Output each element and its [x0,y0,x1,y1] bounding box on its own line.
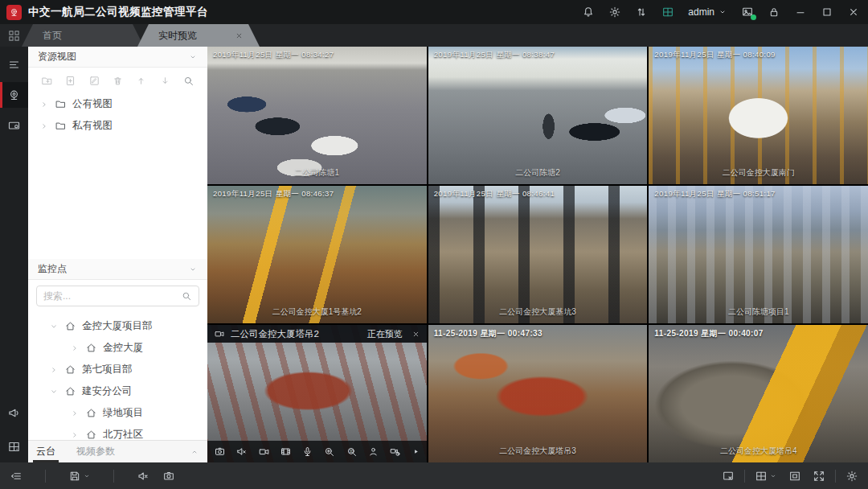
wall-layout-icon[interactable] [0,434,28,459]
resource-tree: 公有视图 私有视图 [28,93,207,137]
video-frame [649,325,868,462]
caret-right-icon[interactable] [39,121,49,131]
username: admin [688,6,714,18]
video-timestamp: 2019年11月25日 星期一 08:38:47 [434,50,555,60]
video-cell[interactable]: 2019年11月25日 星期一 08:38:47 二公司陈塘2 [428,47,648,184]
video-cell[interactable]: 二公司金控大厦塔吊2 正在预览 [207,325,427,462]
video-grid: 2019年11月25日 星期一 08:34:27 二公司陈塘1 2019年11月… [207,47,868,462]
resource-toolbar [28,68,207,93]
video-wall-icon[interactable] [661,6,674,18]
panel-title: 资源视图 [38,50,76,64]
layout-grid-button[interactable] [755,470,777,483]
search-icon[interactable] [182,75,194,87]
folder-icon [55,120,67,132]
bottom-toolbar [0,462,868,489]
more-icon[interactable] [411,447,420,456]
delete-icon[interactable] [112,75,124,87]
broadcast-icon[interactable] [0,400,28,425]
user-menu[interactable]: admin [688,6,727,18]
video-cell[interactable]: 11-25-2019 星期一 00:40:07 二公司金控大厦塔吊4 [649,325,868,462]
snapshot-icon[interactable] [214,446,226,458]
collapse-panel-icon[interactable] [10,470,23,483]
maximize-button[interactable] [821,6,833,18]
video-frame [207,186,427,323]
close-all-icon[interactable] [722,470,735,483]
transfer-icon[interactable] [635,6,648,18]
snapshot-all-icon[interactable] [162,470,175,483]
minimize-button[interactable] [794,6,807,18]
video-cell[interactable]: 11-25-2019 星期一 00:47:33 二公司金控大厦塔吊3 [428,325,648,462]
tree-caret-icon[interactable] [49,365,59,375]
settings-icon[interactable] [608,6,621,18]
bell-icon[interactable] [582,6,595,18]
lock-icon[interactable] [768,6,780,18]
video-display-icon[interactable] [0,113,28,138]
monitor-tree-item[interactable]: 第七项目部 [28,359,207,380]
single-screen-icon[interactable] [788,470,801,483]
search-input[interactable] [43,290,181,302]
tree-caret-icon[interactable] [70,430,80,440]
monitor-camera-icon[interactable] [0,82,28,108]
talk-icon[interactable] [301,446,313,458]
video-cell[interactable]: 2019年11月25日 星期一 08:46:41 二公司金控大厦基坑3 [428,186,648,323]
monitor-tree-item[interactable]: 金控大厦项目部 [28,315,207,337]
monitor-tree-item[interactable]: 绿地项目 [28,402,207,424]
left-rail [0,47,28,462]
mute-icon[interactable] [235,446,248,458]
tab-live-preview[interactable]: 实时预览 [137,24,260,47]
monitor-tree-item[interactable]: 北万社区 [28,424,207,440]
tree-caret-icon[interactable] [49,322,59,331]
ptz-cruise-icon[interactable] [389,446,401,458]
video-timestamp: 2019年11月25日 星期一 08:34:27 [213,50,334,60]
add-view-icon[interactable] [64,75,76,87]
add-group-icon[interactable] [41,75,53,87]
monitor-tree-item[interactable]: 建安分公司 [28,380,207,402]
tree-item-label: 金控大厦项目部 [82,319,153,333]
video-frame [649,47,868,184]
video-cell-toolbar [207,441,427,462]
chevron-up-icon[interactable] [190,447,199,457]
tree-caret-icon[interactable] [70,409,80,418]
video-timestamp: 11-25-2019 星期一 00:47:33 [434,328,542,339]
close-button[interactable] [847,6,860,18]
video-timestamp: 11-25-2019 星期一 00:40:07 [654,328,763,339]
save-view-button[interactable] [68,470,91,483]
move-up-icon[interactable] [135,75,147,87]
tree-item-public-views[interactable]: 公有视图 [28,93,207,115]
tree-caret-icon[interactable] [49,387,59,397]
video-cell[interactable]: 2019年11月25日 星期一 08:34:27 二公司陈塘1 [207,47,427,184]
tab-close-icon[interactable] [235,31,244,40]
caret-right-icon[interactable] [39,100,49,109]
close-video-icon[interactable] [411,330,420,339]
video-cell[interactable]: 2019年11月25日 星期一 08:51:17 二公司陈塘项目1 [649,186,868,323]
camera-name-label: 二公司金控大厦塔吊3 [428,446,648,457]
tab-ptz[interactable]: 云台 [36,441,55,462]
video-cell[interactable]: 2019年11月25日 星期一 08:46:37 二公司金控大厦1号基坑2 [207,186,427,323]
tree-caret-icon[interactable] [70,343,80,353]
preset-icon[interactable] [367,446,379,458]
menu-icon[interactable] [0,51,28,77]
video-frame [207,47,427,184]
record-icon[interactable] [258,446,270,458]
move-down-icon[interactable] [159,75,171,87]
tab-video-params[interactable]: 视频参数 [76,441,115,462]
search-icon[interactable] [181,290,192,302]
mute-all-icon[interactable] [137,470,149,483]
tab-home[interactable]: 首页 [22,24,144,47]
chevron-down-icon [769,472,777,480]
3d-zoom-icon[interactable] [346,446,358,458]
edit-icon[interactable] [88,75,100,87]
screenshot-icon[interactable] [741,6,754,18]
instant-playback-icon[interactable] [280,446,292,458]
divider [113,470,114,483]
tab-label: 实时预览 [158,29,197,43]
monitor-panel-header[interactable]: 监控点 [28,259,207,280]
video-cell[interactable]: 2019年11月25日 星期一 08:40:09 二公司金控大厦南门 [649,47,868,184]
fullscreen-icon[interactable] [813,470,825,483]
titlebar: 中交一航局二公司视频监控管理平台 admin [0,0,868,24]
monitor-tree-item[interactable]: 金控大厦 [28,337,207,359]
grid-settings-icon[interactable] [845,470,858,483]
zoom-in-icon[interactable] [323,446,335,458]
resource-panel-header[interactable]: 资源视图 [28,47,207,68]
tree-item-private-views[interactable]: 私有视图 [28,115,207,137]
